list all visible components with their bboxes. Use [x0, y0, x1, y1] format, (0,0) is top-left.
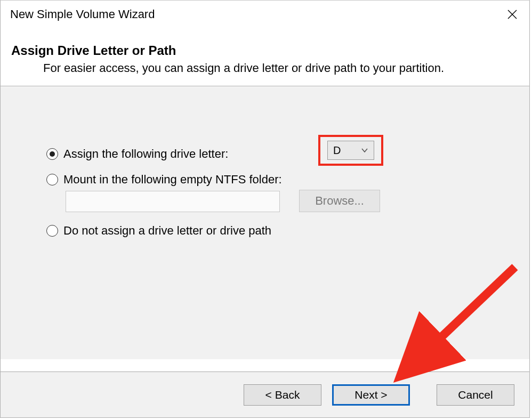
- cancel-button[interactable]: Cancel: [437, 384, 514, 406]
- drive-letter-select[interactable]: D: [327, 141, 374, 160]
- page-subtitle: For easier access, you can assign a driv…: [43, 61, 519, 75]
- browse-button: Browse...: [299, 190, 380, 212]
- option-assign-letter[interactable]: Assign the following drive letter:: [46, 143, 282, 165]
- drive-letter-highlight: D: [318, 135, 383, 166]
- titlebar: New Simple Volume Wizard: [1, 1, 529, 28]
- option-mount-folder[interactable]: Mount in the following empty NTFS folder…: [46, 169, 282, 190]
- back-button-label: < Back: [265, 389, 300, 401]
- close-button[interactable]: [499, 4, 525, 25]
- page-title: Assign Drive Letter or Path: [11, 43, 519, 58]
- radio-no-assign[interactable]: [46, 225, 58, 237]
- wizard-dialog: New Simple Volume Wizard Assign Drive Le…: [0, 0, 530, 418]
- wizard-footer: < Back Next > Cancel: [1, 371, 529, 417]
- close-icon: [507, 9, 518, 20]
- option-mount-folder-label: Mount in the following empty NTFS folder…: [63, 173, 282, 187]
- back-button[interactable]: < Back: [244, 384, 321, 406]
- option-no-assign[interactable]: Do not assign a drive letter or drive pa…: [46, 220, 282, 241]
- wizard-header: Assign Drive Letter or Path For easier a…: [1, 28, 529, 86]
- wizard-content: Assign the following drive letter: Mount…: [1, 86, 529, 359]
- browse-button-label: Browse...: [315, 194, 364, 208]
- next-button-label: Next >: [354, 389, 387, 401]
- window-title: New Simple Volume Wizard: [10, 7, 155, 21]
- radio-assign-letter[interactable]: [46, 148, 58, 160]
- drive-letter-value: D: [333, 144, 341, 157]
- cancel-button-label: Cancel: [458, 389, 493, 401]
- ntfs-path-input[interactable]: [66, 191, 280, 212]
- next-button[interactable]: Next >: [332, 384, 410, 406]
- option-no-assign-label: Do not assign a drive letter or drive pa…: [63, 224, 271, 238]
- chevron-down-icon: [361, 147, 368, 154]
- radio-mount-folder[interactable]: [46, 174, 58, 185]
- option-assign-letter-label: Assign the following drive letter:: [63, 147, 228, 161]
